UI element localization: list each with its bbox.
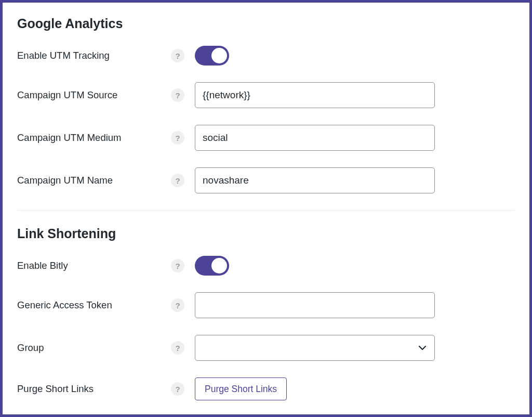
help-icon[interactable]: ?: [171, 49, 184, 62]
row-enable-utm-tracking: Enable UTM Tracking ?: [17, 46, 515, 66]
row-utm-name: Campaign UTM Name ?: [17, 167, 515, 193]
help-icon[interactable]: ?: [171, 382, 184, 396]
help-icon[interactable]: ?: [171, 174, 184, 187]
input-utm-medium[interactable]: [195, 125, 435, 151]
label-access-token: Generic Access Token: [17, 299, 171, 311]
row-enable-bitly: Enable Bitly ?: [17, 256, 515, 276]
section-divider: [17, 210, 515, 211]
toggle-knob: [211, 258, 227, 273]
help-icon[interactable]: ?: [171, 131, 184, 145]
label-utm-name: Campaign UTM Name: [17, 175, 171, 186]
label-utm-source: Campaign UTM Source: [17, 89, 171, 101]
label-group: Group: [17, 342, 171, 354]
section-title-link-shortening: Link Shortening: [17, 226, 515, 241]
label-enable-utm-tracking: Enable UTM Tracking: [17, 50, 171, 61]
purge-short-links-button[interactable]: Purge Short Links: [195, 377, 287, 400]
select-group[interactable]: [195, 335, 435, 361]
row-access-token: Generic Access Token ?: [17, 292, 515, 318]
help-icon[interactable]: ?: [171, 88, 184, 102]
help-icon[interactable]: ?: [171, 298, 184, 312]
input-utm-name[interactable]: [195, 167, 435, 193]
label-enable-bitly: Enable Bitly: [17, 260, 171, 271]
help-icon[interactable]: ?: [171, 341, 184, 355]
input-utm-source[interactable]: [195, 82, 435, 108]
row-utm-medium: Campaign UTM Medium ?: [17, 125, 515, 151]
toggle-enable-utm-tracking[interactable]: [195, 46, 229, 66]
toggle-knob: [211, 48, 227, 63]
row-utm-source: Campaign UTM Source ?: [17, 82, 515, 108]
row-purge-short-links: Purge Short Links ? Purge Short Links: [17, 377, 515, 400]
label-utm-medium: Campaign UTM Medium: [17, 132, 171, 144]
toggle-enable-bitly[interactable]: [195, 256, 229, 276]
input-access-token[interactable]: [195, 292, 435, 318]
help-icon[interactable]: ?: [171, 259, 184, 272]
section-title-google-analytics: Google Analytics: [17, 16, 515, 31]
row-group: Group ?: [17, 335, 515, 361]
label-purge-short-links: Purge Short Links: [17, 383, 171, 395]
